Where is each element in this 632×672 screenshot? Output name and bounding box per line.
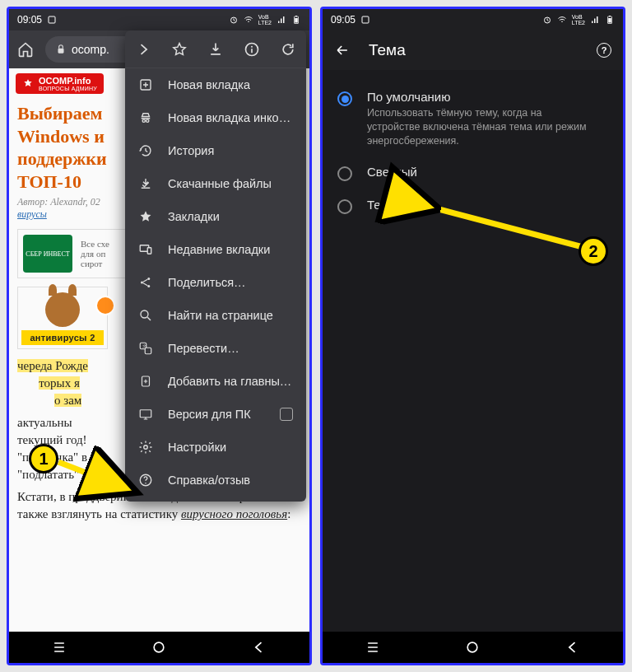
share-icon (138, 275, 153, 290)
battery-icon (605, 15, 615, 25)
theme-option-default[interactable]: По умолчанию Использовать тёмную тему, к… (331, 82, 615, 156)
svg-rect-14 (147, 248, 151, 254)
star-icon[interactable] (170, 40, 188, 58)
menu-find[interactable]: Найти на странице (125, 299, 306, 332)
menu-history[interactable]: История (125, 134, 306, 167)
phone-left: 09:05 VoBLTE2 ocomp. OCOMP.info (7, 7, 312, 665)
menu-label: Недавние вкладки (168, 243, 270, 256)
tag-link[interactable]: вирусы (17, 208, 47, 220)
settings-header: Тема ? (323, 30, 623, 70)
menu-downloads[interactable]: Скачанные файлы (125, 167, 306, 200)
menu-top-row (125, 30, 306, 68)
svg-text:文: 文 (142, 343, 146, 348)
home-icon[interactable] (17, 41, 34, 58)
screenshot-icon (47, 15, 57, 25)
recents-icon[interactable] (365, 639, 381, 656)
menu-help[interactable]: Справка/отзыв (125, 464, 306, 497)
svg-point-6 (155, 642, 165, 652)
svg-point-11 (142, 119, 145, 122)
menu-bookmarks[interactable]: Закладки (125, 200, 306, 233)
home-nav-icon[interactable] (464, 639, 481, 656)
svg-point-24 (144, 446, 148, 450)
phone-right: 09:05 VoBLTE2 Тема ? По умолчанию Исполь (320, 7, 625, 665)
svg-point-26 (145, 483, 146, 484)
forward-icon[interactable] (134, 40, 152, 58)
menu-label: Добавить на главны… (168, 375, 291, 388)
menu-translate[interactable]: 文 Перевести… (125, 332, 306, 365)
theme-option-light[interactable]: Светлый (331, 156, 615, 189)
nav-bar (323, 632, 623, 663)
checkbox-icon[interactable] (280, 408, 293, 421)
menu-label: Скачанные файлы (168, 177, 272, 190)
status-bar: 09:05 VoBLTE2 (323, 9, 623, 30)
battery-icon (291, 15, 301, 25)
svg-rect-27 (362, 16, 369, 23)
annotation-badge-1: 1 (29, 444, 58, 474)
logo-tagline: ВОПРОСЫ АДМИНУ (39, 86, 97, 91)
incognito-icon (138, 110, 153, 125)
info-icon[interactable] (243, 40, 261, 58)
recents-icon[interactable] (51, 639, 67, 656)
nav-bar (9, 632, 309, 663)
signal-icon (590, 15, 600, 25)
volte-icon: VoBLTE2 (258, 14, 272, 26)
svg-point-18 (141, 310, 148, 318)
reload-icon[interactable] (279, 40, 297, 58)
antivirus-thumb[interactable]: антивирусы 2 (17, 287, 108, 349)
menu-label: История (168, 144, 214, 157)
back-icon[interactable] (334, 42, 351, 58)
radio-icon (337, 166, 352, 181)
menu-label: Настройки (168, 441, 226, 454)
menu-new-tab[interactable]: Новая вкладка (125, 68, 306, 101)
svg-rect-23 (140, 410, 151, 418)
translate-icon: 文 (138, 341, 153, 356)
plus-box-icon (138, 77, 153, 92)
svg-rect-3 (295, 16, 297, 16)
svg-point-16 (147, 278, 150, 280)
menu-label: Новая вкладка инко… (168, 111, 290, 124)
radio-icon (337, 91, 352, 106)
menu-label: Версия для ПК (168, 408, 251, 421)
menu-share[interactable]: Поделиться… (125, 266, 306, 299)
menu-add-home[interactable]: Добавить на главны… (125, 365, 306, 398)
menu-label: Перевести… (168, 342, 239, 355)
chrome-overflow-menu: Новая вкладка Новая вкладка инко… Истори… (125, 30, 306, 502)
help-badge-icon[interactable]: ? (597, 43, 611, 58)
site-logo[interactable]: OCOMP.info ВОПРОСЫ АДМИНУ (16, 73, 104, 94)
back-nav-icon[interactable] (251, 639, 267, 656)
menu-label: Поделиться… (168, 276, 246, 289)
ad-text: Все схе для оп сирот (81, 239, 109, 268)
url-text: ocomp. (72, 43, 109, 56)
svg-point-32 (468, 642, 478, 652)
logo-name: OCOMP.info (39, 76, 91, 86)
svg-rect-20 (145, 348, 151, 354)
menu-settings[interactable]: Настройки (125, 431, 306, 464)
option-desc: Использовать тёмную тему, когда на устро… (367, 106, 589, 148)
bull-icon (45, 292, 80, 327)
option-title: Светлый (367, 165, 417, 179)
download-icon[interactable] (207, 40, 225, 58)
svg-rect-0 (49, 16, 55, 23)
menu-new-incognito[interactable]: Новая вкладка инко… (125, 101, 306, 134)
volte-icon: VoBLTE2 (572, 14, 585, 26)
home-nav-icon[interactable] (151, 639, 167, 656)
status-time: 09:05 (17, 14, 42, 26)
alarm-icon (542, 15, 552, 25)
annotation-badge-2: 2 (579, 236, 608, 266)
star-fill-icon (138, 209, 153, 224)
alarm-icon (229, 15, 239, 25)
status-bar: 09:05 VoBLTE2 (9, 9, 309, 30)
status-time: 09:05 (331, 14, 356, 26)
menu-recent-tabs[interactable]: Недавние вкладки (125, 233, 306, 266)
svg-rect-4 (295, 18, 298, 23)
menu-desktop[interactable]: Версия для ПК (125, 398, 306, 431)
desktop-icon (138, 407, 153, 422)
menu-label: Найти на странице (168, 309, 273, 322)
back-nav-icon[interactable] (565, 639, 581, 656)
annotation-arrow-2 (421, 198, 602, 264)
search-icon (138, 308, 153, 323)
option-title: По умолчанию (367, 90, 589, 104)
svg-point-15 (141, 282, 143, 284)
svg-rect-9 (251, 49, 253, 53)
check-download-icon (138, 176, 153, 191)
